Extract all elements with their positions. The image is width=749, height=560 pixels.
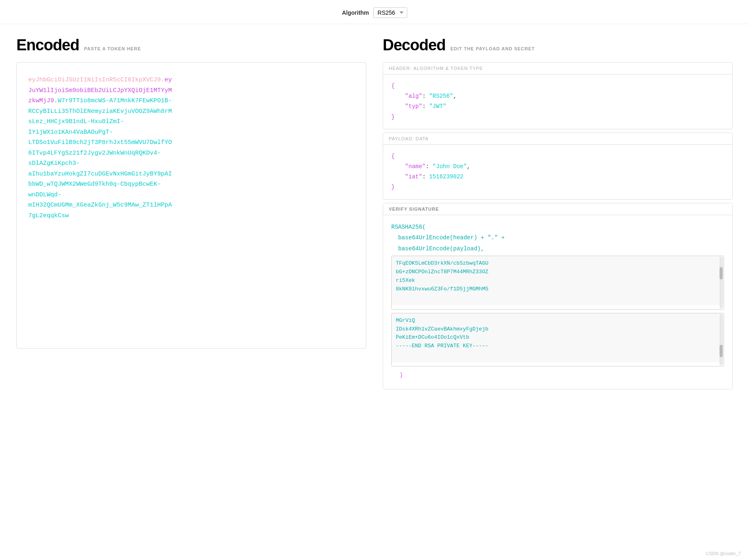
header-content: { "alg": "RS256", "typ": "JWT" } bbox=[383, 74, 732, 129]
header-typ-value: "JWT" bbox=[429, 103, 446, 110]
token-sig-6: 6ITvp4LFYgSz21f2Jygv2JWnkWnUqRQKDv4- bbox=[28, 150, 161, 157]
payload-close-brace: } bbox=[391, 184, 395, 190]
verify-label: VERIFY SIGNATURE bbox=[383, 203, 732, 215]
decoded-panel: Decoded EDIT THE PAYLOAD AND SECRET HEAD… bbox=[383, 36, 733, 393]
token-header: eyJhbGciOiJSUzI1NiIsInR5cCI6IkpXVCJ9 bbox=[28, 76, 161, 83]
algorithm-label: Algorithm bbox=[342, 9, 369, 16]
verify-section: VERIFY SIGNATURE RSASHA256( base64UrlEnc… bbox=[383, 203, 733, 390]
token-sig-start: W7r9TT1o8mcWS-A71MnkK7FEwKPO1B- bbox=[58, 97, 172, 104]
header-alg-value: "RS256" bbox=[429, 93, 453, 99]
footer: CSDN @coder_7 bbox=[706, 551, 741, 556]
encoded-subtitle: PASTE A TOKEN HERE bbox=[84, 46, 141, 51]
encoded-panel: Encoded PASTE A TOKEN HERE eyJhbGciOiJSU… bbox=[16, 36, 366, 349]
token-sig-8: aIhu1baYzuHokgZI7cuDGEvNxHGmGitJyBY9pAI bbox=[28, 171, 172, 178]
token-sig-2: RCCyBILLi35ThOlENemyziaKEvjuVOOZ9AWh8rM bbox=[28, 108, 172, 115]
verify-fn-name: RSASHA256( bbox=[391, 224, 426, 230]
decoded-header: Decoded EDIT THE PAYLOAD AND SECRET bbox=[383, 36, 733, 54]
encoded-title: Encoded bbox=[16, 36, 79, 54]
payload-name-value: "John Doe" bbox=[433, 163, 467, 170]
verify-param2: base64UrlEncode(payload), bbox=[398, 245, 484, 252]
token-sig-5: LTDSo1VuFilB9ch2jT3P8rhJxt55mWVU7DwlfYO bbox=[28, 139, 172, 146]
top-bar: Algorithm RS256 HS256 HS384 HS512 RS384 … bbox=[0, 0, 749, 24]
scrollbar-v-1[interactable] bbox=[720, 257, 723, 308]
encoded-header: Encoded PASTE A TOKEN HERE bbox=[16, 36, 366, 54]
header-label: HEADER: ALGORITHM & TOKEN TYPE bbox=[383, 63, 732, 74]
scrollbar-v-2[interactable] bbox=[720, 314, 723, 366]
key-box-2[interactable]: MGrViQ IDsk4XRh1vZCaevBAkhmxyFgDjejb PeK… bbox=[391, 313, 724, 367]
token-sig-10: wnDDLWqd- bbox=[28, 191, 61, 198]
footer-text: CSDN @coder_7 bbox=[706, 551, 741, 556]
token-sig-4: IYijWX1o1KAn4VaBAOuPgT- bbox=[28, 129, 113, 136]
decoded-subtitle: EDIT THE PAYLOAD AND SECRET bbox=[450, 46, 535, 51]
header-typ-key: "typ" bbox=[405, 103, 422, 110]
header-alg-key: "alg" bbox=[405, 93, 422, 99]
payload-content: { "name": "John Doe", "iat": 1516239022 … bbox=[383, 145, 732, 199]
encoded-box[interactable]: eyJhbGciOiJSUzI1NiIsInR5cCI6IkpXVCJ9.ey … bbox=[16, 62, 366, 349]
key-textarea-1[interactable]: TFqEOK5LmCbD3rkXN/cbSzbwqTAGU bG+zDNCPOn… bbox=[392, 256, 724, 305]
token-sig-9: bbWD_wTQJWMX2WWeGd9Tkh0q-CbqypBcwEK- bbox=[28, 181, 161, 188]
scrollbar-thumb-1[interactable] bbox=[720, 267, 723, 279]
token-sig-11: mIH32QCmUGMm_XGeaZkGnj_W5c9MAw_ZT1lHPpA bbox=[28, 202, 172, 209]
token-dot2: . bbox=[54, 97, 58, 104]
token-sig-7: sDlAZgKiKpch3- bbox=[28, 160, 80, 167]
token-payload-start: ey bbox=[165, 76, 172, 83]
main-content: Encoded PASTE A TOKEN HERE eyJhbGciOiJSU… bbox=[0, 24, 749, 405]
header-close-brace: } bbox=[391, 114, 395, 120]
verify-content: RSASHA256( base64UrlEncode(header) + "."… bbox=[383, 215, 732, 389]
decoded-payload-section: PAYLOAD: DATA { "name": "John Doe", "iat… bbox=[383, 133, 733, 200]
verify-param1: base64UrlEncode(header) + "." + bbox=[398, 234, 505, 241]
payload-iat-value: 1516239022 bbox=[429, 173, 463, 180]
token-payload-3: zkwMjJ9 bbox=[28, 97, 54, 104]
scrollbar-thumb-2[interactable] bbox=[720, 345, 723, 357]
key-box-1[interactable]: TFqEOK5LmCbD3rkXN/cbSzbwqTAGU bG+zDNCPOn… bbox=[391, 256, 724, 310]
key-textarea-2[interactable]: MGrViQ IDsk4XRh1vZCaevBAkhmxyFgDjejb PeK… bbox=[392, 313, 724, 362]
token-sig-3: sLez_HHCjx9B1ndL-Hxu8lZmI- bbox=[28, 118, 124, 125]
token-dot1: . bbox=[161, 76, 165, 83]
payload-iat-key: "iat" bbox=[405, 173, 422, 180]
payload-label: PAYLOAD: DATA bbox=[383, 133, 732, 145]
decoded-title: Decoded bbox=[383, 36, 445, 54]
token-sig-12: 7gL2eqqkCsw bbox=[28, 212, 69, 219]
decoded-header-section: HEADER: ALGORITHM & TOKEN TYPE { "alg": … bbox=[383, 62, 733, 129]
payload-name-key: "name" bbox=[405, 163, 426, 170]
algorithm-select[interactable]: RS256 HS256 HS384 HS512 RS384 RS512 bbox=[373, 7, 407, 18]
verify-close-paren: ) bbox=[391, 368, 724, 384]
token-payload-2: JuYW1lIjoiSm9obiBEb2UiLCJpYXQiOjE1MTYyM bbox=[28, 87, 172, 94]
header-open-brace: { bbox=[391, 83, 395, 89]
payload-open-brace: { bbox=[391, 153, 395, 160]
